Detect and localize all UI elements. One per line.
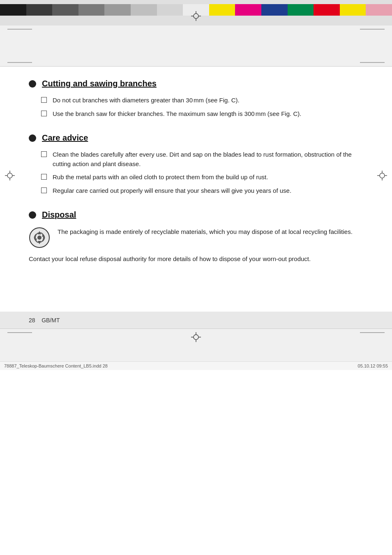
file-info-bar: 78887_Teleskop-Baumschere Content_LB5.in… — [0, 361, 392, 370]
swatch-6 — [131, 4, 157, 16]
section-care-title: Care advice — [29, 133, 363, 143]
border-mark-top-left — [7, 29, 32, 30]
page-locale: GB/MT — [42, 317, 60, 324]
disposal-recycle-text: The packaging is made entirely of recycl… — [58, 227, 353, 237]
list-bullet-1 — [41, 97, 47, 103]
swatch-blue — [261, 4, 288, 16]
swatch-green — [288, 4, 314, 16]
care-item-2: Rub the metal parts with an oiled cloth … — [53, 173, 268, 182]
border-mark-footer-right — [360, 332, 385, 333]
section-disposal: Disposal The packaging is made entirely — [29, 210, 363, 264]
swatch-2 — [26, 4, 53, 16]
swatch-7 — [157, 4, 183, 16]
cutting-list: Do not cut branches with diameters great… — [29, 96, 363, 118]
swatch-1 — [0, 4, 26, 16]
list-bullet-2 — [41, 111, 47, 116]
swatch-yellow2 — [340, 4, 366, 16]
swatch-5 — [104, 4, 131, 16]
svg-point-0 — [194, 14, 198, 18]
top-color-bar — [0, 0, 392, 25]
list-item: Rub the metal parts with an oiled cloth … — [41, 173, 363, 182]
heading-disposal: Disposal — [42, 210, 76, 220]
disposal-box: The packaging is made entirely of recycl… — [29, 227, 363, 248]
border-mark-bottom-right — [360, 62, 385, 63]
page-number: 28 GB/MT — [29, 317, 60, 324]
swatch-4 — [78, 4, 105, 16]
crosshair-right-icon — [377, 171, 387, 183]
swatch-light-pink — [366, 4, 392, 16]
page-number-band: 28 GB/MT — [0, 312, 392, 328]
list-bullet-care-1 — [41, 151, 47, 157]
svg-point-17 — [194, 335, 198, 340]
cutting-item-2: Use the branch saw for thicker branches.… — [53, 109, 301, 119]
section-cutting: Cutting and sawing branches Do not cut b… — [29, 79, 363, 118]
svg-point-10 — [380, 173, 385, 178]
section-disposal-title: Disposal — [29, 210, 363, 220]
cutting-item-1: Do not cut branches with diameters great… — [53, 96, 240, 105]
crosshair-bottom-icon — [191, 332, 201, 345]
footer-band — [0, 328, 392, 361]
list-item: Clean the blades carefully after every u… — [41, 150, 363, 169]
disposal-contact-text: Contact your local refuse disposal autho… — [29, 254, 363, 264]
main-content: Cutting and sawing branches Do not cut b… — [0, 67, 392, 287]
header-band — [0, 25, 392, 67]
crosshair-top-icon — [191, 11, 201, 23]
border-mark-top-right — [360, 29, 385, 30]
list-item: Regular care carried out properly will e… — [41, 186, 363, 196]
bullet-care — [29, 134, 36, 142]
bullet-disposal — [29, 211, 36, 219]
swatch-3 — [52, 4, 78, 16]
care-list: Clean the blades carefully after every u… — [29, 150, 363, 195]
svg-point-5 — [7, 173, 12, 178]
swatch-red — [314, 4, 340, 16]
list-bullet-care-3 — [41, 187, 47, 193]
care-item-3: Regular care carried out properly will e… — [53, 186, 291, 196]
section-cutting-title: Cutting and sawing branches — [29, 79, 363, 88]
heading-cutting: Cutting and sawing branches — [42, 79, 157, 88]
list-item: Use the branch saw for thicker branches.… — [41, 109, 363, 119]
section-care: Care advice Clean the blades carefully a… — [29, 133, 363, 195]
content-area: Cutting and sawing branches Do not cut b… — [0, 67, 392, 287]
list-bullet-care-2 — [41, 174, 47, 180]
svg-point-16 — [37, 236, 42, 240]
swatch-yellow — [209, 4, 235, 16]
list-item: Do not cut branches with diameters great… — [41, 96, 363, 105]
page-num-value: 28 — [29, 317, 35, 324]
file-info-right: 05.10.12 09:55 — [358, 363, 388, 368]
border-mark-bottom-left — [7, 62, 32, 63]
border-mark-footer-left — [7, 332, 32, 333]
recycle-icon — [29, 227, 50, 248]
swatch-pink — [235, 4, 261, 16]
crosshair-left-icon — [5, 171, 15, 183]
file-info-left: 78887_Teleskop-Baumschere Content_LB5.in… — [4, 363, 108, 368]
care-item-1: Clean the blades carefully after every u… — [53, 150, 363, 169]
heading-care: Care advice — [42, 133, 88, 143]
bullet-cutting — [29, 80, 36, 88]
